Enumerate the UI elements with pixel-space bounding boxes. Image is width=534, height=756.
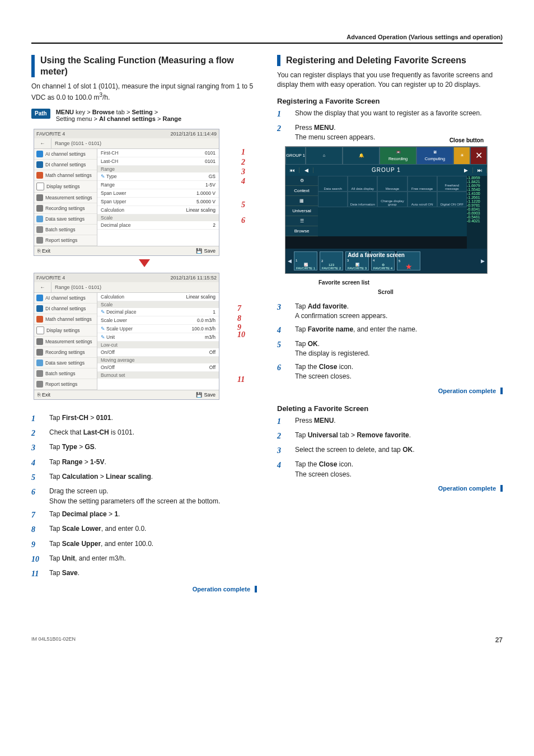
sidebar-item-report[interactable]: Report settings xyxy=(34,379,97,390)
footer-code: IM 04L51B01-02EN xyxy=(31,636,76,644)
next-icon[interactable]: ▶ xyxy=(459,167,473,173)
row-spanlower[interactable]: Span Lower1.0000 V xyxy=(97,189,219,198)
sidebar-item-datasave[interactable]: Data save settings xyxy=(34,214,97,225)
browse-icon[interactable]: ☰ xyxy=(285,216,318,226)
row-type[interactable]: ✎TypeGS xyxy=(97,172,219,181)
computing-tile[interactable]: 🖥Computing xyxy=(416,147,453,165)
sidebar-item-report[interactable]: Report settings xyxy=(34,235,97,246)
ctx-tile[interactable] xyxy=(318,192,348,207)
row-scaleupper[interactable]: ✎Scale Upper100.0 m3/h xyxy=(97,325,219,333)
recording-tile[interactable]: 📼Recording xyxy=(380,147,416,165)
exit-button[interactable]: ⎘ Exit xyxy=(38,392,50,398)
save-button[interactable]: 💾 Save xyxy=(196,248,216,254)
head-scale: Scale xyxy=(97,214,219,221)
sidebar-item-measure[interactable]: Measurement settings xyxy=(34,337,97,347)
first-icon[interactable]: ⏮ xyxy=(285,167,299,173)
ss1-toolbar: ← Range (0101 - 0101) xyxy=(34,138,219,149)
exit-button[interactable]: ⎘ Exit xyxy=(38,248,50,254)
path-row: Path MENU key > Browse tab > Setting > S… xyxy=(31,109,257,122)
ctx-tile[interactable]: Message xyxy=(377,176,407,192)
sidebar-item-display[interactable]: Display settings xyxy=(34,181,97,193)
row-range[interactable]: Range1-5V xyxy=(97,181,219,189)
last-icon[interactable]: ⏭ xyxy=(473,167,487,173)
left-section-title: Using the Scaling Function (Measuring a … xyxy=(31,55,257,77)
sidebar-item-display[interactable]: Display settings xyxy=(34,325,97,337)
save-button[interactable]: 💾 Save xyxy=(196,392,216,398)
row-lastch[interactable]: Last-CH0101 xyxy=(97,157,219,166)
ctx-tile[interactable]: Digital ON OFF xyxy=(437,192,467,207)
scale-values: -1.8959 -1.8421 -1.6979 -1.5540 -1.4100 … xyxy=(467,176,487,249)
op-complete: Operation complete xyxy=(193,586,257,592)
ctx-icon[interactable]: ⚙ xyxy=(285,176,318,186)
context-grid: Data search All data display Message Fre… xyxy=(318,176,467,236)
del-head: Deleting a Favorite Screen xyxy=(277,404,503,413)
sidebar-item-record[interactable]: Recording settings xyxy=(34,347,97,358)
row-unit[interactable]: ✎Unitm3/h xyxy=(97,333,219,342)
row-firstch[interactable]: First-CH0101 xyxy=(97,149,219,157)
ctx-tile[interactable]: Data search xyxy=(318,176,348,192)
prev-icon[interactable]: ◀ xyxy=(299,167,313,173)
annot-favlist: Favorite screen list xyxy=(318,279,503,286)
row-spanupper[interactable]: Span Upper5.0000 V xyxy=(97,198,219,206)
del-steps: 1Press MENU. 2Tap Universal tab > Remove… xyxy=(277,416,503,480)
browse-label[interactable]: Browse xyxy=(285,226,318,236)
close-icon[interactable]: ✕ xyxy=(470,147,487,165)
sidebar-item-ai[interactable]: AI channel settings xyxy=(34,149,97,160)
row-decimal[interactable]: Decimal place2 xyxy=(97,221,219,230)
ctx-icon2[interactable]: ▦ xyxy=(285,196,318,206)
head-range: Range xyxy=(97,166,219,172)
row-calc2[interactable]: CalculationLinear scaling xyxy=(97,293,219,301)
scroll-right-icon[interactable]: ▶ xyxy=(481,258,485,264)
ctx-tile[interactable]: Freehand message xyxy=(437,176,467,192)
sidebar-item-ai[interactable]: AI channel settings xyxy=(34,293,97,304)
footer-page: 27 xyxy=(495,636,503,644)
reg-head: Registering a Favorite Screen xyxy=(277,97,503,105)
back-icon[interactable]: ← xyxy=(34,138,51,148)
ctx-tile[interactable]: Data information xyxy=(348,192,377,207)
ctx-tile[interactable]: Auto scroll ON xyxy=(407,192,437,207)
brightness-icon[interactable]: ☀ xyxy=(453,147,470,165)
row-scalelower[interactable]: Scale Lower0.0 m3/h xyxy=(97,316,219,325)
right-intro: You can register displays that you use f… xyxy=(277,71,503,90)
sidebar-item-measure[interactable]: Measurement settings xyxy=(34,193,97,203)
sidebar-item-di[interactable]: DI channel settings xyxy=(34,160,97,170)
right-section-title: Registering and Deleting Favorite Screen… xyxy=(277,55,503,66)
fav-grouplabel: GROUP 1 xyxy=(285,147,306,165)
sidebar-item-record[interactable]: Recording settings xyxy=(34,203,97,214)
sidebar-item-batch[interactable]: Batch settings xyxy=(34,368,97,379)
row-dec2[interactable]: ✎Decimal place1 xyxy=(97,308,219,316)
sidebar-item-math[interactable]: Math channel settings xyxy=(34,170,97,181)
home-icon[interactable]: ⌂ xyxy=(306,147,343,165)
ss1-annotations: 1 2 3 4 5 6 xyxy=(241,148,245,225)
scroll-left-icon[interactable]: ◀ xyxy=(288,258,292,264)
sidebar-item-datasave[interactable]: Data save settings xyxy=(34,358,97,368)
row-calc[interactable]: CalculationLinear scaling xyxy=(97,206,219,214)
back-icon[interactable]: ← xyxy=(34,282,51,292)
row-movavg[interactable]: On/OffOff xyxy=(97,363,219,372)
left-intro: On channel 1 of slot 1 (0101), measure t… xyxy=(31,82,257,103)
op-complete: Operation complete xyxy=(438,388,503,394)
ss1-sidebar: AI channel settings DI channel settings … xyxy=(34,149,97,246)
page-footer: IM 04L51B01-02EN 27 xyxy=(31,636,503,644)
sidebar-item-batch[interactable]: Batch settings xyxy=(34,225,97,235)
pencil-icon: ✎ xyxy=(101,174,106,179)
ss1-footer: ⎘ Exit 💾 Save xyxy=(34,246,219,255)
page-header: Advanced Operation (Various settings and… xyxy=(31,34,503,44)
annot-close: Close button xyxy=(449,137,484,143)
ss1-main: First-CH0101 Last-CH0101 Range ✎TypeGS R… xyxy=(97,149,219,246)
ctx-tile[interactable]: Change display group xyxy=(377,192,407,207)
ctx-tile[interactable]: All data display xyxy=(348,176,377,192)
screenshot-2: FAVORITE 42012/12/16 11:15:52 ← Range (0… xyxy=(34,273,219,400)
ss1-crumb: Range (0101 - 0101) xyxy=(51,141,101,146)
ss1-titlebar: FAVORITE 4 2012/12/16 11:14:49 xyxy=(34,129,219,138)
sidebar-item-di[interactable]: DI channel settings xyxy=(34,304,97,314)
context-label: Context xyxy=(285,186,318,196)
buzzer-icon[interactable]: 🔔 xyxy=(343,147,380,165)
sidebar-item-math[interactable]: Math channel settings xyxy=(34,314,97,325)
row-lowcut[interactable]: On/OffOff xyxy=(97,348,219,357)
ctx-tile[interactable]: Free message xyxy=(407,176,437,192)
universal-label[interactable]: Universal xyxy=(285,206,318,216)
annot-addfav: Add a favorite screen xyxy=(285,252,467,258)
path-badge: Path xyxy=(31,109,50,119)
column-right: Registering and Deleting Favorite Screen… xyxy=(277,55,503,603)
